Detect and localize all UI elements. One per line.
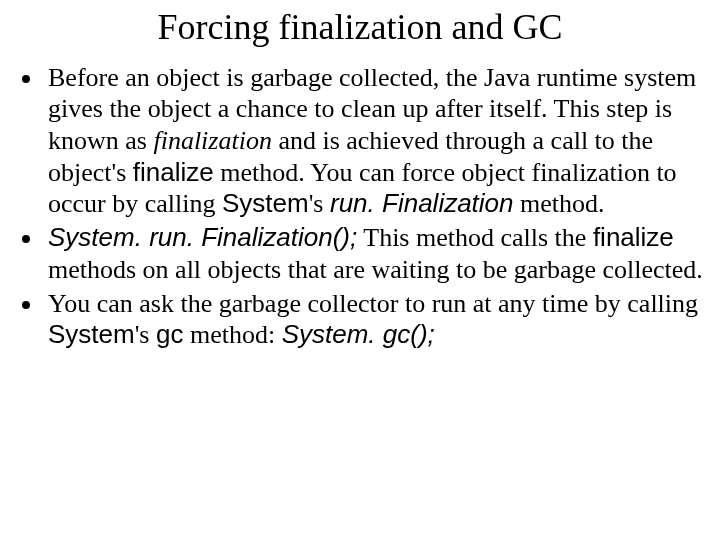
b3-t1: You can ask the garbage collector to run… bbox=[48, 289, 698, 318]
b3-system: System bbox=[48, 319, 135, 349]
b1-t9: method. bbox=[514, 189, 605, 218]
b2-t2: This method calls the bbox=[357, 223, 593, 252]
b2-call: System. run. Finalization(); bbox=[48, 222, 357, 252]
b1-t7: 's bbox=[309, 189, 330, 218]
b1-finalize: finalize bbox=[133, 157, 214, 187]
bullet-list: Before an object is garbage collected, t… bbox=[18, 62, 710, 351]
b3-gc: gc bbox=[156, 319, 183, 349]
b2-t4: methods on all objects that are waiting … bbox=[48, 255, 703, 284]
b3-systemgc: System. gc(); bbox=[282, 319, 435, 349]
b1-finalization: finalization bbox=[153, 126, 271, 155]
bullet-1: Before an object is garbage collected, t… bbox=[44, 62, 704, 221]
b1-runfinalization: run. Finalization bbox=[330, 188, 514, 218]
b3-t3: 's bbox=[135, 320, 156, 349]
bullet-3: You can ask the garbage collector to run… bbox=[44, 288, 704, 351]
b3-t5: method: bbox=[183, 320, 281, 349]
bullet-2: System. run. Finalization(); This method… bbox=[44, 222, 704, 285]
b2-finalize: finalize bbox=[593, 222, 674, 252]
slide: Forcing finalization and GC Before an ob… bbox=[0, 0, 720, 540]
b1-system: System bbox=[222, 188, 309, 218]
slide-title: Forcing finalization and GC bbox=[10, 8, 710, 48]
